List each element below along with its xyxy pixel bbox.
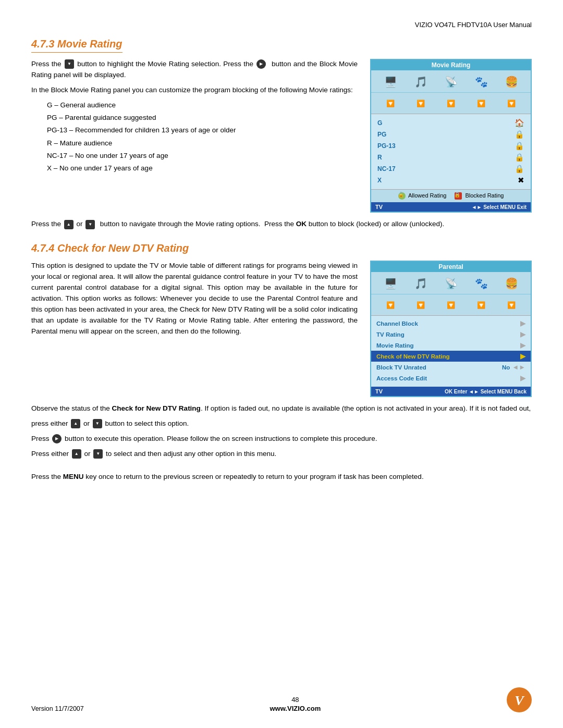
p-icon-5: 🍔 — [501, 275, 521, 292]
menu-movie-rating[interactable]: Movie Rating ▶ — [371, 340, 531, 351]
p-icon-sub5: 🔽 — [501, 297, 521, 313]
rating-icon-pg: 🔒 — [515, 130, 524, 139]
section-473-intro2: In the Block Movie Rating panel you can … — [31, 85, 358, 96]
page-number: 48 — [270, 696, 321, 704]
rating-row-nc17: NC-17 🔒 — [377, 163, 524, 175]
press-dn2-icon — [93, 449, 103, 459]
parental-icons-row1: 🖥️ 🎵 📡 🐾 🍔 — [371, 272, 531, 294]
panel-ratings-content: G 🏠 PG 🔒 PG-13 🔒 R 🔒 — [371, 114, 531, 189]
nav-down-icon — [65, 59, 74, 69]
movie-rating-tv-panel: Movie Rating 🖥️ 🎵 📡 🐾 🍔 🔽 🔽 🔽 🔽 🔽 — [370, 59, 532, 213]
press-adjust-text: Press either or to select and then adjus… — [31, 449, 532, 460]
section-473-left: Press the button to highlight the Movie … — [31, 59, 358, 213]
press-execute-text: Press button to execute this operation. … — [31, 434, 532, 445]
press-select-text: press either or button to select this op… — [31, 418, 532, 429]
parental-footer-controls: OK Enter ◄► Select MENU Back — [445, 389, 527, 394]
document-title: VIZIO VO47L FHDTV10A User Manual — [415, 21, 532, 29]
panel-icon-sub3: 🔽 — [441, 95, 461, 112]
section-473-content: Press the button to highlight the Movie … — [31, 59, 532, 213]
rating-icon-r: 🔒 — [515, 153, 524, 162]
section-473-intro1: Press the button to highlight the Movie … — [31, 59, 358, 81]
panel-icon-4: 🐾 — [471, 73, 491, 90]
website-url: www.VIZIO.com — [270, 705, 321, 712]
rating-list-473: G – General audience PG – Parental guida… — [47, 100, 358, 174]
p-icon-sub4: 🔽 — [471, 297, 491, 313]
page-footer: Version 11/7/2007 48 www.VIZIO.com V — [31, 687, 532, 712]
arrow-channel-block: ▶ — [520, 319, 525, 327]
section-473: 4.7.3 Movie Rating Press the button to h… — [31, 38, 532, 230]
footer-center: 48 www.VIZIO.com — [270, 696, 321, 712]
section-473-navigate: Press the or button to navigate through … — [31, 219, 532, 230]
rating-g: G – General audience — [47, 100, 358, 110]
vizio-logo: V — [507, 687, 532, 712]
rating-r: R – Mature audience — [47, 138, 358, 149]
parental-panel-title: Parental — [371, 262, 531, 272]
footer-version: Version 11/7/2007 — [31, 705, 84, 712]
arrow-tv-rating: ▶ — [520, 330, 525, 338]
arrow-access-code: ▶ — [520, 374, 525, 382]
p-icon-sub3: 🔽 — [441, 297, 461, 313]
p-icon-3: 📡 — [441, 275, 461, 292]
rating-pg13: PG-13 – Recommended for children 13 year… — [47, 125, 358, 135]
rating-icon-pg13: 🔒 — [515, 141, 524, 151]
section-473-title: 4.7.3 Movie Rating — [31, 38, 123, 53]
rating-row-g: G 🏠 — [377, 117, 524, 129]
footer-controls: ◄► Select MENU Exit — [472, 204, 527, 210]
menu-block-unrated[interactable]: Block TV Unrated No ◄► — [371, 362, 531, 373]
panel-icon-5: 🍔 — [501, 73, 521, 90]
rating-pg: PG – Parental guidance suggested — [47, 113, 358, 123]
parental-footer: TV OK Enter ◄► Select MENU Back — [371, 387, 531, 396]
parental-icons-row2: 🔽 🔽 🔽 🔽 🔽 — [371, 294, 531, 316]
rating-row-r: R 🔒 — [377, 152, 524, 163]
arrow-block-unrated: ◄► — [512, 363, 525, 371]
menu-channel-block[interactable]: Channel Block ▶ — [371, 318, 531, 329]
vizio-v: V — [515, 693, 523, 709]
section-474-body1: This option is designed to update the TV… — [31, 261, 358, 337]
section-474-content: This option is designed to update the TV… — [31, 261, 532, 397]
p-icon-sub1: 🔽 — [381, 297, 400, 313]
nav-right-icon — [256, 59, 266, 69]
section-474-title: 4.7.4 Check for New DTV Rating — [31, 242, 189, 254]
menu-key-note: Press the MENU key once to return to the… — [31, 472, 532, 483]
observe-text: Observe the status of the Check for New … — [31, 403, 532, 414]
menu-tv-rating[interactable]: TV Rating ▶ — [371, 329, 531, 340]
menu-access-code[interactable]: Access Code Edit ▶ — [371, 373, 531, 384]
nav-up-btn — [64, 220, 74, 229]
rating-icon-x: ✖ — [518, 176, 524, 185]
legend-blocked: Blocked Rating — [455, 192, 504, 200]
rating-nc17: NC-17 – No one under 17 years of age — [47, 151, 358, 161]
rating-row-x: X ✖ — [377, 175, 524, 186]
press-up-icon — [71, 419, 80, 428]
blocked-icon — [455, 192, 462, 200]
movie-rating-panel: Movie Rating 🖥️ 🎵 📡 🐾 🍔 🔽 🔽 🔽 🔽 🔽 — [370, 59, 532, 213]
p-icon-1: 🖥️ — [381, 275, 400, 292]
panel-icon-sub5: 🔽 — [501, 95, 521, 112]
panel-icons-row1: 🖥️ 🎵 📡 🐾 🍔 — [371, 70, 531, 93]
footer-tv-label: TV — [375, 204, 383, 210]
section-474-left: This option is designed to update the TV… — [31, 261, 358, 397]
rating-icon-g: 🏠 — [515, 118, 524, 128]
movie-panel-title: Movie Rating — [371, 60, 531, 70]
press-dn-icon — [93, 419, 102, 428]
document-header: VIZIO VO47L FHDTV10A User Manual — [31, 21, 532, 29]
parental-footer-tv: TV — [375, 388, 383, 394]
rating-row-pg13: PG-13 🔒 — [377, 140, 524, 152]
panel-icon-sub4: 🔽 — [471, 95, 491, 112]
arrow-check-dtv: ▶ — [520, 352, 525, 360]
p-icon-sub2: 🔽 — [411, 297, 431, 313]
menu-check-dtv[interactable]: Check of New DTV Rating ▶ — [371, 351, 531, 362]
page-container: VIZIO VO47L FHDTV10A User Manual 4.7.3 M… — [0, 0, 563, 728]
parental-menu-list: Channel Block ▶ TV Rating ▶ Movie Rating… — [371, 316, 531, 386]
panel-icon-1: 🖥️ — [381, 73, 400, 90]
allowed-icon — [398, 192, 406, 200]
panel-legend: Allowed Rating Blocked Rating — [371, 189, 531, 202]
arrow-movie-rating: ▶ — [520, 341, 525, 349]
parental-panel-container: Parental 🖥️ 🎵 📡 🐾 🍔 🔽 🔽 🔽 🔽 🔽 — [370, 261, 532, 397]
rating-x: X – No one under 17 years of age — [47, 163, 358, 174]
section-474: 4.7.4 Check for New DTV Rating This opti… — [31, 242, 532, 483]
parental-panel: Parental 🖥️ 🎵 📡 🐾 🍔 🔽 🔽 🔽 🔽 🔽 — [370, 261, 532, 397]
press-up2-icon — [72, 449, 81, 459]
footer-logo-container: V — [507, 687, 532, 712]
panel-icon-2: 🎵 — [411, 73, 431, 90]
panel-footer: TV ◄► Select MENU Exit — [371, 202, 531, 212]
